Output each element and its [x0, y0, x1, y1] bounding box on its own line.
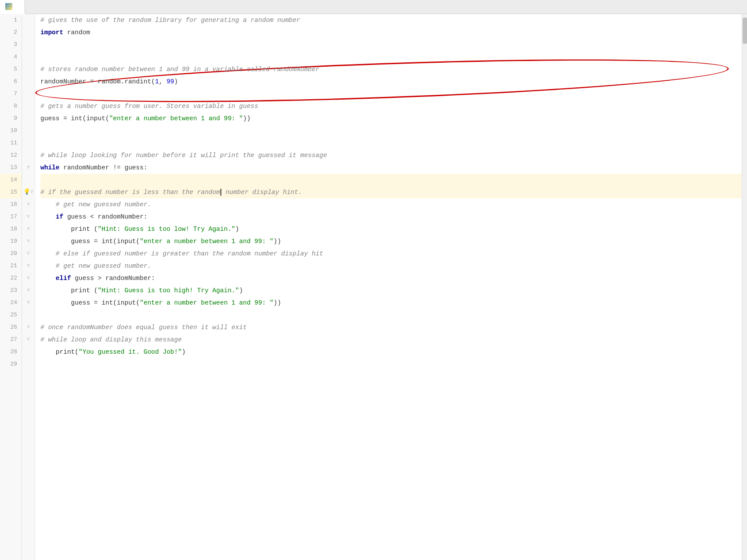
code-line — [40, 174, 742, 186]
fold-arrow-icon[interactable]: ▽ — [27, 297, 29, 309]
code-line: guess = int(input("enter a number betwee… — [40, 297, 742, 309]
scrollbar-track[interactable] — [742, 14, 747, 560]
code-line: # if the guessed number is less than the… — [40, 186, 742, 198]
token-fn: randomNumber != guess: — [60, 164, 148, 171]
code-line: guess = int(input("enter a number betwee… — [40, 112, 742, 125]
token-st: "enter a number between 1 and 99: " — [140, 238, 274, 245]
code-line: import random — [40, 26, 742, 39]
gutter-cell — [22, 63, 35, 75]
gutter: ▽💡▽▽▽▽▽▽▽▽▽▽▽▽ — [22, 14, 35, 560]
tab-main-py[interactable] — [0, 0, 25, 14]
token-fn: )) — [274, 299, 281, 306]
token-fn: guess < randomNumber: — [63, 213, 147, 220]
fold-arrow-icon[interactable]: ▽ — [27, 198, 29, 211]
fold-arrow-icon[interactable]: ▽ — [27, 248, 29, 260]
line-number: 19 — [0, 235, 22, 248]
code-line: # while loop and display this message — [40, 334, 742, 346]
scrollbar-thumb[interactable] — [743, 18, 747, 44]
fold-arrow-icon[interactable]: ▽ — [27, 334, 29, 346]
gutter-cell — [22, 14, 35, 26]
line-number: 29 — [0, 358, 22, 370]
token-st: "Hint: Guess is too high! Try Again." — [98, 287, 239, 294]
code-line: print ("Hint: Guess is too high! Try Aga… — [40, 284, 742, 297]
gutter-cell: ▽ — [22, 297, 35, 309]
fold-arrow-icon[interactable]: ▽ — [27, 162, 29, 174]
token-cm: # stores random number between 1 and 99 … — [40, 66, 319, 73]
gutter-cell — [22, 88, 35, 100]
code-area[interactable]: # gives the use of the random library fo… — [35, 14, 742, 560]
fold-arrow-icon[interactable]: ▽ — [27, 235, 29, 248]
gutter-cell — [22, 358, 35, 370]
line-number: 17 — [0, 211, 22, 223]
line-number: 2 — [0, 26, 22, 39]
token-fn: guess > randomNumber: — [71, 275, 155, 282]
line-number: 16 — [0, 198, 22, 211]
line-number: 14 — [0, 174, 22, 186]
token-cm: # get new guessed number. — [40, 262, 151, 269]
line-number: 25 — [0, 309, 22, 321]
code-line: while randomNumber != guess: — [40, 162, 742, 174]
file-python-icon — [5, 3, 12, 10]
line-number: 28 — [0, 346, 22, 358]
token-fn: randomNumber = random.randint( — [40, 78, 155, 85]
token-num: 1 — [155, 78, 159, 85]
fold-arrow-icon[interactable]: ▽ — [27, 223, 29, 235]
token-fn — [40, 275, 56, 282]
fold-arrow-icon[interactable]: ▽ — [27, 284, 29, 297]
token-cm: # get new guessed number. — [40, 201, 151, 208]
token-st: "Hint: Guess is too low! Try Again." — [98, 226, 235, 233]
code-line: randomNumber = random.randint(1, 99) — [40, 75, 742, 88]
line-number: 23 — [0, 284, 22, 297]
fold-arrow-icon[interactable]: ▽ — [27, 272, 29, 284]
line-numbers: 1234567891011121314151617181920212223242… — [0, 14, 22, 560]
fold-arrow-icon[interactable]: ▽ — [27, 211, 29, 223]
line-number: 7 — [0, 88, 22, 100]
lightbulb-icon[interactable]: 💡 — [23, 186, 30, 198]
gutter-cell — [22, 149, 35, 162]
code-line: guess = int(input("enter a number betwee… — [40, 235, 742, 248]
gutter-cell — [22, 51, 35, 63]
code-line — [40, 51, 742, 63]
fold-arrow-icon[interactable]: ▽ — [27, 321, 29, 334]
gutter-cell — [22, 125, 35, 137]
fold-arrow-icon[interactable]: ▽ — [30, 186, 33, 198]
gutter-cell: ▽ — [22, 334, 35, 346]
code-line — [40, 309, 742, 321]
gutter-cell — [22, 100, 35, 112]
code-line — [40, 137, 742, 149]
gutter-cell — [22, 309, 35, 321]
gutter-cell: ▽ — [22, 223, 35, 235]
token-fn: ) — [235, 226, 239, 233]
token-fn: , — [159, 78, 166, 85]
token-st: "You guessed it. Good Job!" — [79, 348, 182, 355]
token-cm: # gets a number guess from user. Stores … — [40, 103, 258, 110]
fold-arrow-icon[interactable]: ▽ — [27, 260, 29, 272]
token-fn — [40, 213, 56, 220]
tab-bar — [0, 0, 747, 14]
line-number: 10 — [0, 125, 22, 137]
gutter-cell: ▽ — [22, 260, 35, 272]
code-line: print("You guessed it. Good Job!") — [40, 346, 742, 358]
token-kw: if — [56, 213, 63, 220]
gutter-cell — [22, 174, 35, 186]
line-number: 12 — [0, 149, 22, 162]
token-cm: # while loop looking for number before i… — [40, 152, 327, 159]
code-line: # gives the use of the random library fo… — [40, 14, 742, 26]
gutter-cell: ▽ — [22, 321, 35, 334]
token-fn: guess = int(input( — [40, 238, 140, 245]
code-line: # gets a number guess from user. Stores … — [40, 100, 742, 112]
token-fn: random — [63, 29, 90, 36]
token-cm: number display hint. — [222, 189, 302, 196]
token-fn: print ( — [40, 226, 98, 233]
editor-body: 1234567891011121314151617181920212223242… — [0, 14, 747, 560]
token-kw: elif — [56, 275, 71, 282]
line-number: 9 — [0, 112, 22, 125]
code-line: # else if guessed number is greater than… — [40, 248, 742, 260]
gutter-cell: ▽ — [22, 284, 35, 297]
code-line: elif guess > randomNumber: — [40, 272, 742, 284]
code-line: print ("Hint: Guess is too low! Try Agai… — [40, 223, 742, 235]
token-cm: # once randomNumber does equal guess the… — [40, 324, 247, 331]
token-fn: )) — [274, 238, 281, 245]
line-number: 6 — [0, 75, 22, 88]
gutter-cell: ▽ — [22, 272, 35, 284]
